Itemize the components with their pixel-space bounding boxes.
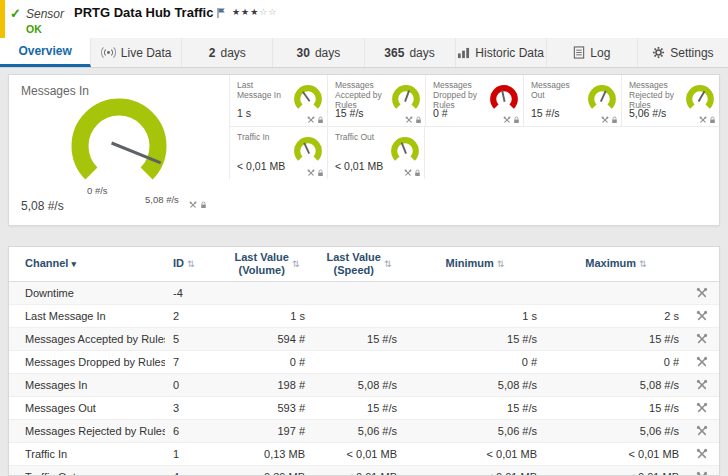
lock-icon <box>513 116 520 124</box>
gauge-cell-traffic-in: Traffic In < 0,01 MB <box>229 127 327 179</box>
gauge <box>684 83 716 115</box>
gauge-cell-last-message-in: Last Message In 1 s <box>229 75 327 127</box>
lock-icon <box>415 116 422 124</box>
tab-historic-data[interactable]: Historic Data <box>456 38 547 67</box>
lock-icon <box>709 116 716 124</box>
sort-icon: ⇅ <box>384 259 392 270</box>
page-title: PRTG Data Hub Traffic <box>74 5 213 20</box>
lock-icon <box>200 201 207 209</box>
sort-icon: ⇅ <box>639 259 647 270</box>
gauge <box>389 135 421 167</box>
gauge-cell-messages-out: Messages Out 15 #/s <box>523 75 621 127</box>
table-header-row: Channel ▾ ID ⇅ Last Value(Volume) ⇅ Last… <box>9 247 719 282</box>
log-icon <box>573 46 585 59</box>
wrench-icon[interactable] <box>699 116 707 124</box>
tab-bar: Overview Live Data 2days 30days 365days … <box>0 38 728 68</box>
column-header-id[interactable]: ID ⇅ <box>165 257 221 270</box>
tab-overview[interactable]: Overview <box>0 38 91 67</box>
object-type-label: Sensor <box>26 7 64 21</box>
sort-desc-icon: ▾ <box>71 259 76 270</box>
lock-icon <box>611 116 618 124</box>
gauge-max-label: 5,08 #/s <box>145 194 179 205</box>
table-row-messages-in[interactable]: Messages In 0 198 # 5,08 #/s 5,08 #/s 5,… <box>9 374 719 397</box>
wrench-icon[interactable] <box>307 116 315 124</box>
sensor-header: ✓ Sensor PRTG Data Hub Traffic ★★★☆☆ OK <box>0 0 728 38</box>
channel-settings-wrench-icon[interactable] <box>696 379 708 391</box>
channel-settings-wrench-icon[interactable] <box>696 333 708 345</box>
table-row-messages-rejected[interactable]: Messages Rejected by Rules 6 197 # 5,06 … <box>9 420 719 443</box>
wrench-icon[interactable] <box>503 116 511 124</box>
priority-stars[interactable]: ★★★☆☆ <box>232 7 277 17</box>
column-header-channel[interactable]: Channel ▾ <box>9 257 165 270</box>
channel-settings-wrench-icon[interactable] <box>696 402 708 414</box>
tab-live-data[interactable]: Live Data <box>91 38 182 67</box>
table-row-traffic-in[interactable]: Traffic In 1 0,13 MB < 0,01 MB < 0,01 MB… <box>9 443 719 466</box>
gauge-cell-traffic-out: Traffic Out < 0,01 MB <box>327 127 425 179</box>
column-header-minimum[interactable]: Minimum ⇅ <box>405 257 545 270</box>
tab-2-days[interactable]: 2days <box>182 38 273 67</box>
channel-settings-wrench-icon[interactable] <box>696 425 708 437</box>
wrench-icon[interactable] <box>307 169 315 177</box>
lock-icon <box>317 169 324 177</box>
tab-365-days[interactable]: 365days <box>365 38 456 67</box>
gauge <box>488 83 520 115</box>
channels-table: Channel ▾ ID ⇅ Last Value(Volume) ⇅ Last… <box>8 246 720 476</box>
table-row-messages-out[interactable]: Messages Out 3 593 # 15 #/s 15 #/s 15 #/… <box>9 397 719 420</box>
mini-gauge-grid: Last Message In 1 s Messages Accepted by… <box>229 75 719 225</box>
table-row-messages-dropped[interactable]: Messages Dropped by Rules 7 0 # 0 # 0 # <box>9 351 719 374</box>
tab-30-days[interactable]: 30days <box>273 38 364 67</box>
sort-icon: ⇅ <box>497 259 505 270</box>
gauge <box>586 83 618 115</box>
column-header-maximum[interactable]: Maximum ⇅ <box>545 257 687 270</box>
gear-icon <box>652 46 665 59</box>
column-header-last-value-speed[interactable]: Last Value(Speed) ⇅ <box>313 251 405 277</box>
live-data-icon <box>101 46 116 59</box>
tab-settings[interactable]: Settings <box>638 38 728 67</box>
channel-settings-wrench-icon[interactable] <box>696 356 708 368</box>
wrench-icon[interactable] <box>189 201 197 209</box>
gauge-cell-messages-accepted: Messages Accepted by Rules 15 #/s <box>327 75 425 127</box>
flag-icon[interactable] <box>216 5 226 23</box>
table-row-messages-accepted[interactable]: Messages Accepted by Rules 5 594 # 15 #/… <box>9 328 719 351</box>
channel-settings-wrench-icon[interactable] <box>696 310 708 322</box>
channel-settings-wrench-icon[interactable] <box>696 287 708 299</box>
brand-stripe <box>0 0 5 38</box>
gauge <box>390 83 422 115</box>
table-row-downtime[interactable]: Downtime -4 <box>9 282 719 305</box>
column-header-last-value-volume[interactable]: Last Value(Volume) ⇅ <box>221 251 313 277</box>
lock-icon <box>414 169 421 177</box>
main-gauge-value: 5,08 #/s <box>21 199 64 213</box>
wrench-icon[interactable] <box>404 169 412 177</box>
sort-icon: ⇅ <box>187 259 195 270</box>
status-badge: OK <box>26 23 42 35</box>
wrench-icon[interactable] <box>405 116 413 124</box>
gauge <box>292 135 324 167</box>
gauge-min-label: 0 #/s <box>87 185 108 196</box>
gauges-panel: Messages In 0 #/s 5,08 #/s 5,08 #/s Last… <box>8 74 720 226</box>
lock-icon <box>317 116 324 124</box>
channel-settings-wrench-icon[interactable] <box>696 448 708 460</box>
gauge-cell-messages-rejected: Messages Rejected by Rules 5,06 #/s <box>621 75 719 127</box>
main-gauge-cell: Messages In 0 #/s 5,08 #/s 5,08 #/s <box>9 75 229 225</box>
table-row-traffic-out[interactable]: Traffic Out 4 0,39 MB < 0,01 MB < 0,01 M… <box>9 466 719 476</box>
sort-icon: ⇅ <box>292 259 300 270</box>
gauge-cell-messages-dropped: Messages Dropped by Rules 0 # <box>425 75 523 127</box>
gauge <box>292 83 324 115</box>
channel-settings-wrench-icon[interactable] <box>696 471 708 476</box>
messages-in-gauge <box>61 88 177 204</box>
table-body: Downtime -4 Last Message In 2 1 s 1 s 2 … <box>9 282 719 476</box>
tab-log[interactable]: Log <box>547 38 638 67</box>
table-row-last-message-in[interactable]: Last Message In 2 1 s 1 s 2 s <box>9 305 719 328</box>
wrench-icon[interactable] <box>601 116 609 124</box>
historic-data-icon <box>457 47 470 59</box>
status-ok-icon: ✓ <box>10 6 21 21</box>
